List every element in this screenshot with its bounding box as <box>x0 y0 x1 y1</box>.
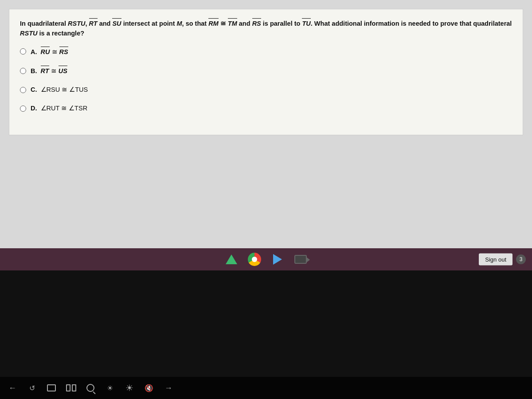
bottom-shelf: ← ↺ ☀ ☀ 🔇 → <box>0 377 532 399</box>
question-text: In quadrilateral RSTU, RT and SU interse… <box>20 18 512 39</box>
option-d-label: D. ∠RUT ≅ ∠TSR <box>31 104 87 113</box>
option-c-label: C. ∠RSU ≅ ∠TUS <box>31 85 88 95</box>
option-b[interactable]: B. RT ≅ US <box>20 66 512 76</box>
window-button[interactable] <box>43 380 59 396</box>
brightness-down-icon[interactable]: ☀ <box>102 380 118 396</box>
option-c[interactable]: C. ∠RSU ≅ ∠TUS <box>20 85 512 95</box>
back-button[interactable]: ← <box>4 380 20 396</box>
sign-out-button[interactable]: Sign out <box>479 254 512 266</box>
radio-a[interactable] <box>20 48 26 55</box>
option-a[interactable]: A. RU ≅ RS <box>20 47 512 57</box>
launch-icon[interactable] <box>223 251 239 267</box>
option-a-label: A. RU ≅ RS <box>31 47 68 57</box>
camera-icon[interactable] <box>293 251 309 267</box>
question-card: In quadrilateral RSTU, RT and SU interse… <box>9 9 523 135</box>
option-b-label: B. RT ≅ US <box>31 66 67 76</box>
multiwindow-button[interactable] <box>63 380 79 396</box>
play-icon[interactable] <box>270 251 286 267</box>
radio-b[interactable] <box>20 68 26 74</box>
mute-icon[interactable]: 🔇 <box>141 380 157 396</box>
chrome-icon[interactable] <box>246 251 262 267</box>
forward-button[interactable]: → <box>160 380 176 396</box>
notification-badge[interactable]: 3 <box>516 254 526 264</box>
radio-c[interactable] <box>20 87 26 93</box>
option-d[interactable]: D. ∠RUT ≅ ∠TSR <box>20 104 512 113</box>
screen-area: In quadrilateral RSTU, RT and SU interse… <box>0 0 532 275</box>
search-button[interactable] <box>82 380 98 396</box>
radio-d[interactable] <box>20 106 26 112</box>
taskbar: Sign out 3 <box>0 248 532 270</box>
refresh-button[interactable]: ↺ <box>24 380 40 396</box>
brightness-up-icon[interactable]: ☀ <box>121 380 137 396</box>
